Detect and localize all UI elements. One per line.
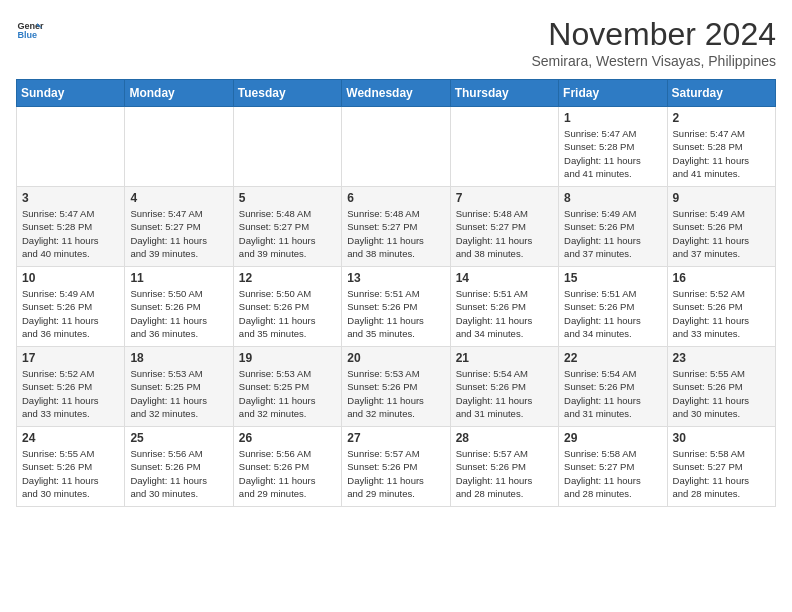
day-number: 26 xyxy=(239,431,336,445)
week-row-5: 24Sunrise: 5:55 AM Sunset: 5:26 PM Dayli… xyxy=(17,427,776,507)
day-number: 20 xyxy=(347,351,444,365)
day-info: Sunrise: 5:55 AM Sunset: 5:26 PM Dayligh… xyxy=(22,447,119,500)
day-info: Sunrise: 5:47 AM Sunset: 5:28 PM Dayligh… xyxy=(22,207,119,260)
weekday-header-saturday: Saturday xyxy=(667,80,775,107)
day-cell: 16Sunrise: 5:52 AM Sunset: 5:26 PM Dayli… xyxy=(667,267,775,347)
day-cell: 2Sunrise: 5:47 AM Sunset: 5:28 PM Daylig… xyxy=(667,107,775,187)
day-cell xyxy=(125,107,233,187)
day-cell xyxy=(17,107,125,187)
day-number: 10 xyxy=(22,271,119,285)
day-info: Sunrise: 5:50 AM Sunset: 5:26 PM Dayligh… xyxy=(130,287,227,340)
day-number: 13 xyxy=(347,271,444,285)
day-number: 9 xyxy=(673,191,770,205)
day-cell: 7Sunrise: 5:48 AM Sunset: 5:27 PM Daylig… xyxy=(450,187,558,267)
weekday-header-tuesday: Tuesday xyxy=(233,80,341,107)
day-info: Sunrise: 5:58 AM Sunset: 5:27 PM Dayligh… xyxy=(673,447,770,500)
day-number: 6 xyxy=(347,191,444,205)
day-cell: 15Sunrise: 5:51 AM Sunset: 5:26 PM Dayli… xyxy=(559,267,667,347)
day-cell: 14Sunrise: 5:51 AM Sunset: 5:26 PM Dayli… xyxy=(450,267,558,347)
day-cell: 21Sunrise: 5:54 AM Sunset: 5:26 PM Dayli… xyxy=(450,347,558,427)
day-cell: 4Sunrise: 5:47 AM Sunset: 5:27 PM Daylig… xyxy=(125,187,233,267)
day-number: 8 xyxy=(564,191,661,205)
day-info: Sunrise: 5:56 AM Sunset: 5:26 PM Dayligh… xyxy=(239,447,336,500)
title-block: November 2024 Semirara, Western Visayas,… xyxy=(531,16,776,69)
day-info: Sunrise: 5:53 AM Sunset: 5:25 PM Dayligh… xyxy=(239,367,336,420)
day-info: Sunrise: 5:51 AM Sunset: 5:26 PM Dayligh… xyxy=(347,287,444,340)
day-number: 27 xyxy=(347,431,444,445)
day-number: 5 xyxy=(239,191,336,205)
day-cell: 22Sunrise: 5:54 AM Sunset: 5:26 PM Dayli… xyxy=(559,347,667,427)
calendar-table: SundayMondayTuesdayWednesdayThursdayFrid… xyxy=(16,79,776,507)
weekday-header-sunday: Sunday xyxy=(17,80,125,107)
day-info: Sunrise: 5:54 AM Sunset: 5:26 PM Dayligh… xyxy=(456,367,553,420)
day-number: 15 xyxy=(564,271,661,285)
logo: General Blue xyxy=(16,16,44,44)
day-cell: 26Sunrise: 5:56 AM Sunset: 5:26 PM Dayli… xyxy=(233,427,341,507)
day-info: Sunrise: 5:47 AM Sunset: 5:28 PM Dayligh… xyxy=(564,127,661,180)
day-cell: 27Sunrise: 5:57 AM Sunset: 5:26 PM Dayli… xyxy=(342,427,450,507)
day-number: 23 xyxy=(673,351,770,365)
logo-icon: General Blue xyxy=(16,16,44,44)
month-year: November 2024 xyxy=(531,16,776,53)
day-info: Sunrise: 5:47 AM Sunset: 5:27 PM Dayligh… xyxy=(130,207,227,260)
location: Semirara, Western Visayas, Philippines xyxy=(531,53,776,69)
day-info: Sunrise: 5:57 AM Sunset: 5:26 PM Dayligh… xyxy=(456,447,553,500)
day-number: 19 xyxy=(239,351,336,365)
day-info: Sunrise: 5:51 AM Sunset: 5:26 PM Dayligh… xyxy=(564,287,661,340)
day-cell: 8Sunrise: 5:49 AM Sunset: 5:26 PM Daylig… xyxy=(559,187,667,267)
day-info: Sunrise: 5:49 AM Sunset: 5:26 PM Dayligh… xyxy=(673,207,770,260)
day-number: 28 xyxy=(456,431,553,445)
day-info: Sunrise: 5:57 AM Sunset: 5:26 PM Dayligh… xyxy=(347,447,444,500)
day-cell xyxy=(233,107,341,187)
day-info: Sunrise: 5:52 AM Sunset: 5:26 PM Dayligh… xyxy=(22,367,119,420)
day-info: Sunrise: 5:47 AM Sunset: 5:28 PM Dayligh… xyxy=(673,127,770,180)
day-number: 25 xyxy=(130,431,227,445)
day-cell: 18Sunrise: 5:53 AM Sunset: 5:25 PM Dayli… xyxy=(125,347,233,427)
day-number: 16 xyxy=(673,271,770,285)
day-info: Sunrise: 5:48 AM Sunset: 5:27 PM Dayligh… xyxy=(456,207,553,260)
day-cell: 3Sunrise: 5:47 AM Sunset: 5:28 PM Daylig… xyxy=(17,187,125,267)
day-cell: 24Sunrise: 5:55 AM Sunset: 5:26 PM Dayli… xyxy=(17,427,125,507)
day-cell: 6Sunrise: 5:48 AM Sunset: 5:27 PM Daylig… xyxy=(342,187,450,267)
day-cell: 17Sunrise: 5:52 AM Sunset: 5:26 PM Dayli… xyxy=(17,347,125,427)
day-number: 18 xyxy=(130,351,227,365)
day-number: 4 xyxy=(130,191,227,205)
weekday-header-friday: Friday xyxy=(559,80,667,107)
day-number: 24 xyxy=(22,431,119,445)
day-info: Sunrise: 5:54 AM Sunset: 5:26 PM Dayligh… xyxy=(564,367,661,420)
page-header: General Blue November 2024 Semirara, Wes… xyxy=(16,16,776,69)
day-number: 7 xyxy=(456,191,553,205)
day-number: 29 xyxy=(564,431,661,445)
day-info: Sunrise: 5:49 AM Sunset: 5:26 PM Dayligh… xyxy=(564,207,661,260)
day-number: 14 xyxy=(456,271,553,285)
week-row-3: 10Sunrise: 5:49 AM Sunset: 5:26 PM Dayli… xyxy=(17,267,776,347)
day-number: 12 xyxy=(239,271,336,285)
week-row-2: 3Sunrise: 5:47 AM Sunset: 5:28 PM Daylig… xyxy=(17,187,776,267)
weekday-header-thursday: Thursday xyxy=(450,80,558,107)
day-info: Sunrise: 5:49 AM Sunset: 5:26 PM Dayligh… xyxy=(22,287,119,340)
day-cell: 12Sunrise: 5:50 AM Sunset: 5:26 PM Dayli… xyxy=(233,267,341,347)
day-info: Sunrise: 5:52 AM Sunset: 5:26 PM Dayligh… xyxy=(673,287,770,340)
day-info: Sunrise: 5:53 AM Sunset: 5:25 PM Dayligh… xyxy=(130,367,227,420)
day-info: Sunrise: 5:55 AM Sunset: 5:26 PM Dayligh… xyxy=(673,367,770,420)
day-cell: 11Sunrise: 5:50 AM Sunset: 5:26 PM Dayli… xyxy=(125,267,233,347)
day-info: Sunrise: 5:50 AM Sunset: 5:26 PM Dayligh… xyxy=(239,287,336,340)
day-cell: 5Sunrise: 5:48 AM Sunset: 5:27 PM Daylig… xyxy=(233,187,341,267)
day-number: 11 xyxy=(130,271,227,285)
day-number: 21 xyxy=(456,351,553,365)
day-number: 22 xyxy=(564,351,661,365)
day-cell: 25Sunrise: 5:56 AM Sunset: 5:26 PM Dayli… xyxy=(125,427,233,507)
day-info: Sunrise: 5:51 AM Sunset: 5:26 PM Dayligh… xyxy=(456,287,553,340)
week-row-4: 17Sunrise: 5:52 AM Sunset: 5:26 PM Dayli… xyxy=(17,347,776,427)
day-number: 3 xyxy=(22,191,119,205)
day-cell: 28Sunrise: 5:57 AM Sunset: 5:26 PM Dayli… xyxy=(450,427,558,507)
day-cell: 13Sunrise: 5:51 AM Sunset: 5:26 PM Dayli… xyxy=(342,267,450,347)
svg-text:Blue: Blue xyxy=(17,30,37,40)
week-row-1: 1Sunrise: 5:47 AM Sunset: 5:28 PM Daylig… xyxy=(17,107,776,187)
weekday-header-row: SundayMondayTuesdayWednesdayThursdayFrid… xyxy=(17,80,776,107)
day-cell xyxy=(450,107,558,187)
weekday-header-monday: Monday xyxy=(125,80,233,107)
day-info: Sunrise: 5:48 AM Sunset: 5:27 PM Dayligh… xyxy=(347,207,444,260)
day-cell: 20Sunrise: 5:53 AM Sunset: 5:26 PM Dayli… xyxy=(342,347,450,427)
day-cell: 9Sunrise: 5:49 AM Sunset: 5:26 PM Daylig… xyxy=(667,187,775,267)
